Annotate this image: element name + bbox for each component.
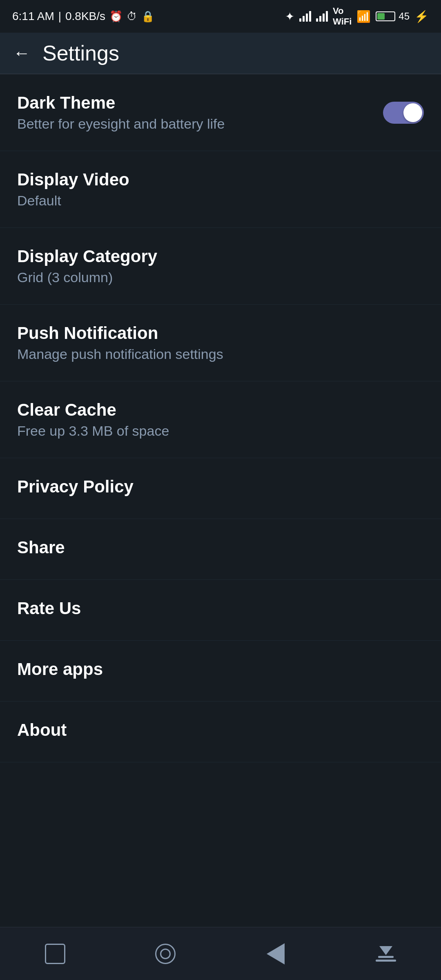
settings-item-about[interactable]: About [0, 702, 441, 762]
about-text: About [17, 720, 424, 743]
rate-us-text: Rate Us [17, 599, 424, 621]
back-nav-icon [267, 943, 285, 964]
privacy-policy-text: Privacy Policy [17, 477, 424, 500]
wifi-icon: 📶 [356, 10, 371, 23]
dark-theme-title: Dark Theme [17, 93, 383, 113]
status-bar: 6:11 AM | 0.8KB/s ⏰ ⏱ 🔒 ✦ VoWiFi 📶 45 ⚡ [0, 0, 441, 33]
settings-item-more-apps[interactable]: More apps [0, 641, 441, 702]
back-button[interactable]: ← [13, 45, 30, 62]
share-title: Share [17, 538, 424, 557]
dark-theme-toggle[interactable] [383, 102, 424, 124]
push-notification-subtitle: Manage push notification settings [17, 346, 424, 362]
status-left: 6:11 AM | 0.8KB/s ⏰ ⏱ 🔒 [12, 10, 154, 23]
signal-bars-2 [316, 11, 328, 22]
settings-item-display-video[interactable]: Display Video Default [0, 151, 441, 228]
clock-icon: ⏱ [127, 10, 137, 23]
settings-item-privacy-policy[interactable]: Privacy Policy [0, 458, 441, 519]
clear-cache-subtitle: Free up 3.3 MB of space [17, 423, 424, 439]
display-video-title: Display Video [17, 170, 424, 189]
speed-display: | [58, 10, 61, 23]
settings-item-dark-theme[interactable]: Dark Theme Better for eyesight and batte… [0, 74, 441, 151]
settings-item-clear-cache[interactable]: Clear Cache Free up 3.3 MB of space [0, 381, 441, 458]
display-video-subtitle: Default [17, 193, 424, 209]
clear-cache-text: Clear Cache Free up 3.3 MB of space [17, 400, 424, 439]
page-title: Settings [42, 41, 119, 65]
bluetooth-icon: ✦ [285, 10, 294, 23]
vpn-icon: 🔒 [141, 10, 154, 23]
status-icons: ✦ VoWiFi 📶 45 ⚡ [285, 6, 429, 27]
vowifi-icon: VoWiFi [333, 6, 352, 27]
display-category-text: Display Category Grid (3 column) [17, 247, 424, 285]
dark-theme-text: Dark Theme Better for eyesight and batte… [17, 93, 383, 132]
top-bar: ← Settings [0, 33, 441, 74]
display-video-text: Display Video Default [17, 170, 424, 209]
clear-cache-title: Clear Cache [17, 400, 424, 420]
bottom-nav [0, 927, 441, 980]
back-nav-button[interactable] [255, 933, 296, 974]
more-apps-title: More apps [17, 659, 424, 679]
home-icon [155, 944, 176, 964]
screenshot-button[interactable] [365, 933, 406, 974]
recent-apps-button[interactable] [35, 933, 76, 974]
display-category-subtitle: Grid (3 column) [17, 270, 424, 285]
push-notification-title: Push Notification [17, 323, 424, 343]
screenshot-icon [376, 946, 396, 962]
settings-content: Dark Theme Better for eyesight and batte… [0, 74, 441, 927]
battery-indicator: 45 [376, 11, 410, 22]
battery-percent: 45 [399, 11, 410, 22]
settings-item-rate-us[interactable]: Rate Us [0, 580, 441, 641]
rate-us-title: Rate Us [17, 599, 424, 618]
display-category-title: Display Category [17, 247, 424, 266]
time-display: 6:11 AM [12, 10, 54, 23]
home-button[interactable] [145, 933, 186, 974]
charging-icon: ⚡ [414, 10, 429, 23]
settings-item-display-category[interactable]: Display Category Grid (3 column) [0, 228, 441, 305]
about-title: About [17, 720, 424, 740]
signal-bars-1 [299, 11, 311, 22]
network-speed: 0.8KB/s [65, 10, 105, 23]
settings-item-share[interactable]: Share [0, 519, 441, 580]
toggle-knob [403, 103, 422, 122]
privacy-policy-title: Privacy Policy [17, 477, 424, 497]
share-text: Share [17, 538, 424, 561]
push-notification-text: Push Notification Manage push notificati… [17, 323, 424, 362]
more-apps-text: More apps [17, 659, 424, 682]
settings-item-push-notification[interactable]: Push Notification Manage push notificati… [0, 305, 441, 381]
dark-theme-subtitle: Better for eyesight and battery life [17, 116, 383, 132]
recent-apps-icon [45, 944, 65, 964]
alarm-icon: ⏰ [109, 10, 122, 23]
